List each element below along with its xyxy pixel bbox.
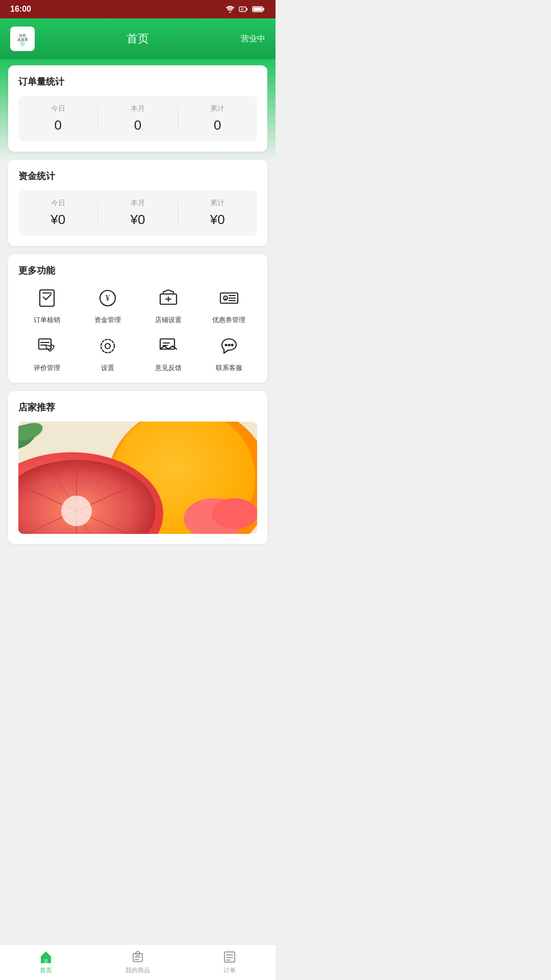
function-fund-management[interactable]: ¥ 资金管理 xyxy=(79,285,136,325)
order-stats-card: 订单量统计 今日 0 本月 0 累计 0 xyxy=(8,65,267,152)
order-verification-icon xyxy=(34,285,60,311)
order-verification-label: 订单核销 xyxy=(34,315,60,325)
functions-grid: 订单核销 ¥ 资金管理 xyxy=(18,285,257,373)
function-order-verification[interactable]: 订单核销 xyxy=(18,285,75,325)
recommendation-image[interactable] xyxy=(18,422,257,534)
svg-text:¥: ¥ xyxy=(106,293,110,302)
fund-stats-row: 今日 ¥0 本月 ¥0 累计 ¥0 xyxy=(18,190,257,236)
shop-settings-label: 店铺设置 xyxy=(155,315,182,325)
app-header: 绿色 蔬菜果 首页 营业中 xyxy=(0,18,276,59)
status-time: 16:00 xyxy=(10,5,31,14)
order-month-label: 本月 xyxy=(102,104,173,113)
coupon-management-label: 优惠券管理 xyxy=(212,315,245,325)
customer-service-icon xyxy=(216,333,242,359)
fund-total-value: ¥0 xyxy=(182,212,253,228)
order-stat-today: 今日 0 xyxy=(18,96,97,141)
function-settings[interactable]: 设置 xyxy=(79,333,136,373)
settings-icon xyxy=(94,333,121,359)
fund-month-value: ¥0 xyxy=(102,212,173,228)
settings-label: 设置 xyxy=(101,363,114,373)
order-total-value: 0 xyxy=(182,117,253,133)
status-icons xyxy=(226,6,265,13)
svg-point-34 xyxy=(228,345,230,346)
fund-today-label: 今日 xyxy=(22,199,93,208)
fund-stat-total: 累计 ¥0 xyxy=(178,190,257,236)
svg-point-29 xyxy=(101,339,114,353)
fund-stat-today: 今日 ¥0 xyxy=(18,190,97,236)
svg-point-33 xyxy=(225,345,227,346)
svg-point-0 xyxy=(230,12,231,13)
coupon-management-icon: ¥ xyxy=(216,285,242,311)
recommendation-title: 店家推荐 xyxy=(18,401,257,413)
order-stat-month: 本月 0 xyxy=(98,96,177,141)
fund-today-value: ¥0 xyxy=(22,212,93,228)
fund-total-label: 累计 xyxy=(182,199,253,208)
svg-text:¥: ¥ xyxy=(223,296,227,301)
battery-icon xyxy=(252,6,265,13)
svg-rect-6 xyxy=(254,8,262,11)
order-month-value: 0 xyxy=(102,117,173,133)
fund-stats-card: 资金统计 今日 ¥0 本月 ¥0 累计 ¥0 xyxy=(8,160,267,246)
charging-icon xyxy=(239,6,248,13)
svg-line-3 xyxy=(241,8,242,10)
fund-stat-month: 本月 ¥0 xyxy=(98,190,177,236)
more-functions-card: 更多功能 订单核销 ¥ xyxy=(8,254,267,383)
svg-rect-7 xyxy=(263,8,264,11)
review-management-icon xyxy=(34,333,60,359)
svg-point-28 xyxy=(105,344,110,349)
svg-rect-25 xyxy=(39,339,51,349)
fund-management-label: 资金管理 xyxy=(94,315,121,325)
fund-management-icon: ¥ xyxy=(94,285,121,311)
order-total-label: 累计 xyxy=(182,104,253,113)
customer-service-label: 联系客服 xyxy=(216,363,242,373)
svg-point-47 xyxy=(212,498,257,529)
status-bar: 16:00 xyxy=(0,0,276,18)
svg-text:绿色: 绿色 xyxy=(19,34,26,37)
svg-point-11 xyxy=(20,41,25,46)
order-today-value: 0 xyxy=(22,117,93,133)
function-shop-settings[interactable]: 店铺设置 xyxy=(140,285,196,325)
feedback-icon xyxy=(155,333,182,359)
svg-line-4 xyxy=(242,8,243,10)
fund-stats-title: 资金统计 xyxy=(18,170,257,182)
page-title: 首页 xyxy=(127,31,149,46)
order-stats-title: 订单量统计 xyxy=(18,76,257,88)
function-customer-service[interactable]: 联系客服 xyxy=(201,333,257,373)
shop-settings-icon xyxy=(155,285,182,311)
wifi-icon xyxy=(226,6,235,13)
svg-rect-2 xyxy=(246,8,247,11)
function-feedback[interactable]: 意见反馈 xyxy=(140,333,196,373)
main-content: 订单量统计 今日 0 本月 0 累计 0 资金统计 今日 ¥0 xyxy=(0,59,276,593)
svg-point-45 xyxy=(61,496,92,526)
order-stats-row: 今日 0 本月 0 累计 0 xyxy=(18,96,257,141)
function-coupon-management[interactable]: ¥ 优惠券管理 xyxy=(201,285,257,325)
review-management-label: 评价管理 xyxy=(34,363,60,373)
function-review-management[interactable]: 评价管理 xyxy=(18,333,75,373)
fund-month-label: 本月 xyxy=(102,199,173,208)
feedback-label: 意见反馈 xyxy=(155,363,182,373)
svg-text:蔬菜果: 蔬菜果 xyxy=(17,38,28,41)
order-today-label: 今日 xyxy=(22,104,93,113)
order-stat-total: 累计 0 xyxy=(178,96,257,141)
more-functions-title: 更多功能 xyxy=(18,264,257,277)
store-logo[interactable]: 绿色 蔬菜果 xyxy=(10,27,35,51)
recommendation-card: 店家推荐 xyxy=(8,391,267,544)
business-status[interactable]: 营业中 xyxy=(241,34,265,44)
svg-point-35 xyxy=(231,345,233,346)
